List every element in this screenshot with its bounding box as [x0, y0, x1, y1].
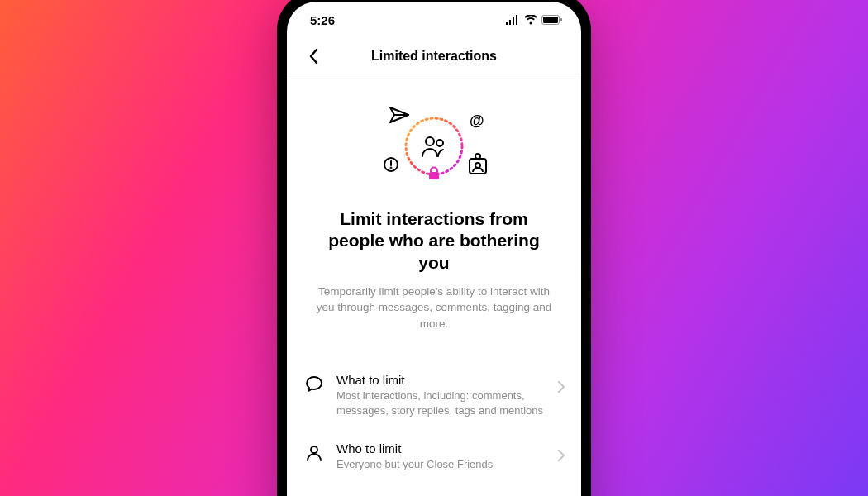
- svg-point-6: [436, 140, 443, 146]
- option-who-to-limit[interactable]: Who to limit Everyone but your Close Fri…: [303, 430, 565, 484]
- option-title: What to limit: [336, 373, 546, 387]
- back-button[interactable]: [300, 43, 327, 69]
- phone-screen: 5:26 Limited interactions: [287, 2, 581, 496]
- person-icon: [303, 441, 325, 463]
- signal-icon: [505, 13, 520, 27]
- status-bar: 5:26: [287, 2, 581, 38]
- svg-point-12: [475, 154, 480, 159]
- wifi-icon: [524, 13, 537, 27]
- option-desc: Everyone but your Close Friends: [336, 457, 546, 472]
- option-reminder[interactable]: When we'll remind you to turn this off: [303, 483, 565, 496]
- svg-point-10: [391, 168, 392, 169]
- option-what-to-limit[interactable]: What to limit Most interactions, includi…: [303, 361, 565, 429]
- svg-rect-11: [470, 159, 486, 174]
- svg-point-14: [311, 446, 317, 453]
- chevron-right-icon: [558, 373, 565, 396]
- hero-title: Limit interactions from people who are b…: [303, 208, 565, 274]
- option-title: Who to limit: [336, 441, 546, 455]
- nav-title: Limited interactions: [287, 49, 581, 64]
- svg-rect-1: [543, 17, 558, 23]
- chevron-right-icon: [558, 441, 565, 465]
- status-time: 5:26: [310, 13, 335, 27]
- nav-bar: Limited interactions: [287, 38, 581, 74]
- svg-rect-2: [560, 18, 562, 21]
- svg-point-5: [426, 137, 434, 145]
- battery-icon: [541, 13, 563, 27]
- content: @ Limit i: [287, 74, 581, 496]
- chevron-left-icon: [308, 48, 318, 64]
- hero-subtitle: Temporarily limit people's ability to in…: [303, 284, 565, 332]
- phone-frame: 5:26 Limited interactions: [277, 0, 591, 496]
- status-indicators: [505, 13, 563, 27]
- option-desc: Most interactions, including: comments, …: [336, 389, 546, 417]
- hero-illustration: @: [303, 101, 565, 192]
- chat-bubble-icon: [303, 373, 325, 394]
- svg-text:@: @: [470, 112, 484, 129]
- svg-rect-4: [429, 172, 439, 179]
- svg-point-3: [406, 118, 462, 174]
